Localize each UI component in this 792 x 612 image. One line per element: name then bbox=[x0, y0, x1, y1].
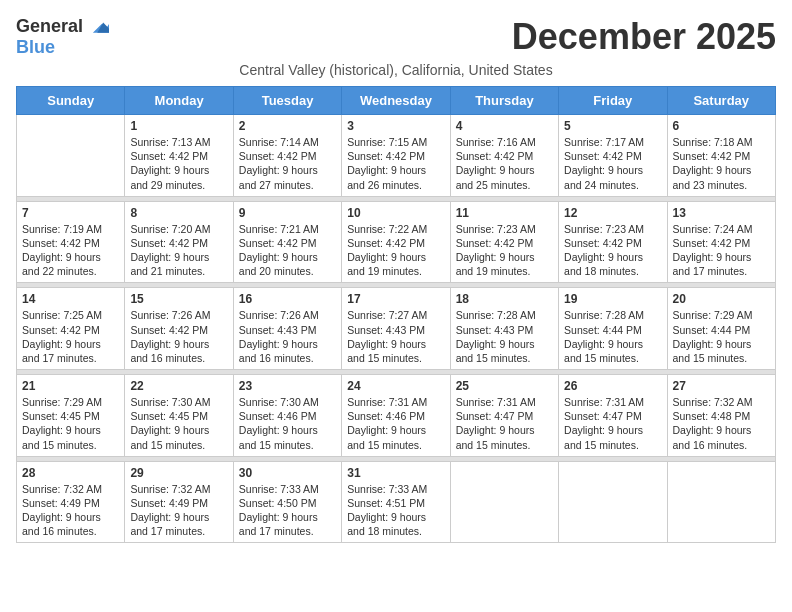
day-info: Sunrise: 7:32 AMSunset: 4:48 PMDaylight:… bbox=[673, 395, 770, 452]
calendar-cell: 10Sunrise: 7:22 AMSunset: 4:42 PMDayligh… bbox=[342, 201, 450, 283]
calendar-cell: 23Sunrise: 7:30 AMSunset: 4:46 PMDayligh… bbox=[233, 375, 341, 457]
day-number: 20 bbox=[673, 292, 770, 306]
calendar-cell: 4Sunrise: 7:16 AMSunset: 4:42 PMDaylight… bbox=[450, 115, 558, 197]
day-info: Sunrise: 7:32 AMSunset: 4:49 PMDaylight:… bbox=[22, 482, 119, 539]
day-info: Sunrise: 7:22 AMSunset: 4:42 PMDaylight:… bbox=[347, 222, 444, 279]
calendar-cell: 5Sunrise: 7:17 AMSunset: 4:42 PMDaylight… bbox=[559, 115, 667, 197]
day-number: 8 bbox=[130, 206, 227, 220]
calendar-cell: 7Sunrise: 7:19 AMSunset: 4:42 PMDaylight… bbox=[17, 201, 125, 283]
calendar-cell bbox=[17, 115, 125, 197]
day-number: 7 bbox=[22, 206, 119, 220]
calendar-cell: 31Sunrise: 7:33 AMSunset: 4:51 PMDayligh… bbox=[342, 461, 450, 543]
month-title: December 2025 bbox=[512, 16, 776, 58]
calendar-cell: 20Sunrise: 7:29 AMSunset: 4:44 PMDayligh… bbox=[667, 288, 775, 370]
day-number: 24 bbox=[347, 379, 444, 393]
calendar-cell: 13Sunrise: 7:24 AMSunset: 4:42 PMDayligh… bbox=[667, 201, 775, 283]
logo-text-general: General bbox=[16, 17, 83, 37]
calendar-header-monday: Monday bbox=[125, 87, 233, 115]
day-info: Sunrise: 7:17 AMSunset: 4:42 PMDaylight:… bbox=[564, 135, 661, 192]
day-info: Sunrise: 7:23 AMSunset: 4:42 PMDaylight:… bbox=[456, 222, 553, 279]
day-number: 2 bbox=[239, 119, 336, 133]
calendar-header-row: SundayMondayTuesdayWednesdayThursdayFrid… bbox=[17, 87, 776, 115]
day-number: 23 bbox=[239, 379, 336, 393]
day-info: Sunrise: 7:31 AMSunset: 4:47 PMDaylight:… bbox=[456, 395, 553, 452]
calendar-cell: 27Sunrise: 7:32 AMSunset: 4:48 PMDayligh… bbox=[667, 375, 775, 457]
calendar-cell: 8Sunrise: 7:20 AMSunset: 4:42 PMDaylight… bbox=[125, 201, 233, 283]
calendar-cell: 29Sunrise: 7:32 AMSunset: 4:49 PMDayligh… bbox=[125, 461, 233, 543]
calendar-cell: 2Sunrise: 7:14 AMSunset: 4:42 PMDaylight… bbox=[233, 115, 341, 197]
calendar-cell: 11Sunrise: 7:23 AMSunset: 4:42 PMDayligh… bbox=[450, 201, 558, 283]
calendar-header-tuesday: Tuesday bbox=[233, 87, 341, 115]
calendar-cell: 9Sunrise: 7:21 AMSunset: 4:42 PMDaylight… bbox=[233, 201, 341, 283]
calendar-week-row: 14Sunrise: 7:25 AMSunset: 4:42 PMDayligh… bbox=[17, 288, 776, 370]
day-number: 17 bbox=[347, 292, 444, 306]
calendar-cell: 1Sunrise: 7:13 AMSunset: 4:42 PMDaylight… bbox=[125, 115, 233, 197]
day-info: Sunrise: 7:15 AMSunset: 4:42 PMDaylight:… bbox=[347, 135, 444, 192]
day-number: 30 bbox=[239, 466, 336, 480]
day-number: 22 bbox=[130, 379, 227, 393]
logo-icon bbox=[87, 16, 109, 38]
day-info: Sunrise: 7:23 AMSunset: 4:42 PMDaylight:… bbox=[564, 222, 661, 279]
day-number: 12 bbox=[564, 206, 661, 220]
calendar-cell: 22Sunrise: 7:30 AMSunset: 4:45 PMDayligh… bbox=[125, 375, 233, 457]
day-info: Sunrise: 7:26 AMSunset: 4:42 PMDaylight:… bbox=[130, 308, 227, 365]
day-number: 5 bbox=[564, 119, 661, 133]
calendar-header-wednesday: Wednesday bbox=[342, 87, 450, 115]
calendar-cell: 3Sunrise: 7:15 AMSunset: 4:42 PMDaylight… bbox=[342, 115, 450, 197]
calendar-cell: 12Sunrise: 7:23 AMSunset: 4:42 PMDayligh… bbox=[559, 201, 667, 283]
day-number: 4 bbox=[456, 119, 553, 133]
calendar-cell: 28Sunrise: 7:32 AMSunset: 4:49 PMDayligh… bbox=[17, 461, 125, 543]
day-info: Sunrise: 7:30 AMSunset: 4:45 PMDaylight:… bbox=[130, 395, 227, 452]
day-info: Sunrise: 7:27 AMSunset: 4:43 PMDaylight:… bbox=[347, 308, 444, 365]
day-info: Sunrise: 7:33 AMSunset: 4:51 PMDaylight:… bbox=[347, 482, 444, 539]
day-number: 3 bbox=[347, 119, 444, 133]
day-info: Sunrise: 7:33 AMSunset: 4:50 PMDaylight:… bbox=[239, 482, 336, 539]
calendar-cell: 26Sunrise: 7:31 AMSunset: 4:47 PMDayligh… bbox=[559, 375, 667, 457]
calendar-cell bbox=[667, 461, 775, 543]
day-number: 14 bbox=[22, 292, 119, 306]
logo-text-blue: Blue bbox=[16, 37, 55, 57]
day-number: 11 bbox=[456, 206, 553, 220]
calendar-header-saturday: Saturday bbox=[667, 87, 775, 115]
day-number: 18 bbox=[456, 292, 553, 306]
calendar-cell: 25Sunrise: 7:31 AMSunset: 4:47 PMDayligh… bbox=[450, 375, 558, 457]
calendar-cell: 30Sunrise: 7:33 AMSunset: 4:50 PMDayligh… bbox=[233, 461, 341, 543]
day-number: 9 bbox=[239, 206, 336, 220]
day-info: Sunrise: 7:28 AMSunset: 4:44 PMDaylight:… bbox=[564, 308, 661, 365]
day-info: Sunrise: 7:31 AMSunset: 4:47 PMDaylight:… bbox=[564, 395, 661, 452]
day-number: 28 bbox=[22, 466, 119, 480]
day-number: 1 bbox=[130, 119, 227, 133]
calendar-cell: 19Sunrise: 7:28 AMSunset: 4:44 PMDayligh… bbox=[559, 288, 667, 370]
day-number: 13 bbox=[673, 206, 770, 220]
calendar-week-row: 7Sunrise: 7:19 AMSunset: 4:42 PMDaylight… bbox=[17, 201, 776, 283]
calendar-header-thursday: Thursday bbox=[450, 87, 558, 115]
day-info: Sunrise: 7:28 AMSunset: 4:43 PMDaylight:… bbox=[456, 308, 553, 365]
day-info: Sunrise: 7:24 AMSunset: 4:42 PMDaylight:… bbox=[673, 222, 770, 279]
calendar-week-row: 21Sunrise: 7:29 AMSunset: 4:45 PMDayligh… bbox=[17, 375, 776, 457]
header: General Blue December 2025 bbox=[16, 16, 776, 58]
calendar-cell: 15Sunrise: 7:26 AMSunset: 4:42 PMDayligh… bbox=[125, 288, 233, 370]
day-info: Sunrise: 7:30 AMSunset: 4:46 PMDaylight:… bbox=[239, 395, 336, 452]
day-number: 16 bbox=[239, 292, 336, 306]
day-info: Sunrise: 7:19 AMSunset: 4:42 PMDaylight:… bbox=[22, 222, 119, 279]
calendar-header-friday: Friday bbox=[559, 87, 667, 115]
calendar-cell: 21Sunrise: 7:29 AMSunset: 4:45 PMDayligh… bbox=[17, 375, 125, 457]
calendar-cell: 17Sunrise: 7:27 AMSunset: 4:43 PMDayligh… bbox=[342, 288, 450, 370]
day-info: Sunrise: 7:14 AMSunset: 4:42 PMDaylight:… bbox=[239, 135, 336, 192]
calendar-table: SundayMondayTuesdayWednesdayThursdayFrid… bbox=[16, 86, 776, 543]
day-number: 19 bbox=[564, 292, 661, 306]
day-info: Sunrise: 7:29 AMSunset: 4:45 PMDaylight:… bbox=[22, 395, 119, 452]
calendar-cell: 14Sunrise: 7:25 AMSunset: 4:42 PMDayligh… bbox=[17, 288, 125, 370]
day-info: Sunrise: 7:13 AMSunset: 4:42 PMDaylight:… bbox=[130, 135, 227, 192]
calendar-week-row: 28Sunrise: 7:32 AMSunset: 4:49 PMDayligh… bbox=[17, 461, 776, 543]
day-number: 25 bbox=[456, 379, 553, 393]
day-info: Sunrise: 7:31 AMSunset: 4:46 PMDaylight:… bbox=[347, 395, 444, 452]
calendar-cell: 24Sunrise: 7:31 AMSunset: 4:46 PMDayligh… bbox=[342, 375, 450, 457]
logo: General Blue bbox=[16, 16, 109, 58]
day-info: Sunrise: 7:16 AMSunset: 4:42 PMDaylight:… bbox=[456, 135, 553, 192]
day-number: 26 bbox=[564, 379, 661, 393]
day-number: 27 bbox=[673, 379, 770, 393]
calendar-cell: 16Sunrise: 7:26 AMSunset: 4:43 PMDayligh… bbox=[233, 288, 341, 370]
day-info: Sunrise: 7:25 AMSunset: 4:42 PMDaylight:… bbox=[22, 308, 119, 365]
day-number: 15 bbox=[130, 292, 227, 306]
